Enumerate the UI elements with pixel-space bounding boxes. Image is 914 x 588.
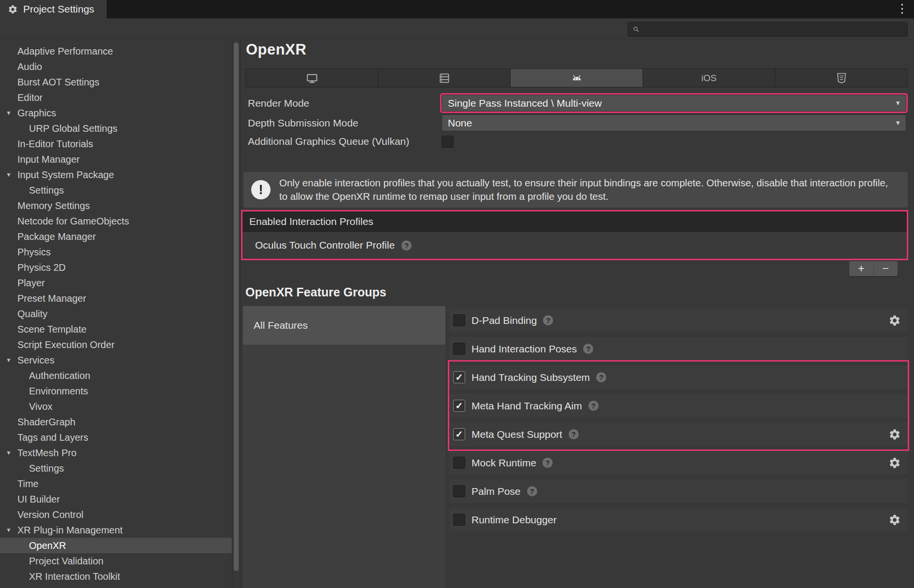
sidebar-item[interactable]: ▼ Input Manager	[0, 152, 232, 167]
remove-profile-button[interactable]: −	[874, 261, 898, 276]
sidebar-item[interactable]: ▼ XR Interaction Toolkit	[0, 569, 232, 584]
sidebar-item-label: Project Validation	[29, 556, 103, 567]
sidebar-item-label: Memory Settings	[17, 200, 90, 211]
gear-icon[interactable]	[888, 514, 901, 526]
kebab-menu-icon[interactable]: ⋮	[896, 1, 908, 15]
feature-group-label: All Features	[254, 320, 308, 331]
feature-checkbox[interactable]: ✓	[453, 457, 465, 469]
sidebar-item[interactable]: ▼ Physics 2D	[0, 260, 232, 275]
gear-icon[interactable]	[888, 428, 901, 441]
sidebar-item-label: UI Builder	[17, 494, 60, 505]
sidebar-item[interactable]: ▼ Services	[0, 352, 232, 368]
sidebar-item[interactable]: ▼ Physics	[0, 244, 232, 260]
sidebar-item[interactable]: ▼ Burst AOT Settings	[0, 74, 232, 90]
foldout-triangle-icon[interactable]: ▼	[6, 449, 17, 456]
sidebar-item[interactable]: ▼ Settings	[0, 461, 232, 476]
search-box[interactable]	[628, 22, 908, 37]
foldout-triangle-icon[interactable]: ▼	[6, 357, 17, 364]
gear-icon[interactable]	[888, 457, 901, 469]
sidebar-item[interactable]: ▼ Script Execution Order	[0, 337, 232, 352]
foldout-triangle-icon[interactable]: ▼	[6, 110, 17, 116]
sidebar-item[interactable]: ▼ Preset Manager	[0, 291, 232, 306]
sidebar-item[interactable]: ▼ Audio	[0, 59, 232, 74]
help-icon[interactable]: ?	[543, 315, 553, 325]
sidebar-item[interactable]: ▼ Time	[0, 476, 232, 491]
feature-row: ✓ Hand Interaction Poses ?	[449, 335, 908, 363]
sidebar-item-label: TextMesh Pro	[17, 448, 76, 459]
feature-row: ✓ Hand Tracking Subsystem ?	[449, 363, 908, 392]
feature-group-item[interactable]: All Features	[243, 306, 445, 345]
help-icon[interactable]: ?	[569, 429, 579, 439]
sidebar-item[interactable]: ▼ Vivox	[0, 399, 232, 414]
project-settings-tab[interactable]: Project Settings	[0, 0, 107, 18]
sidebar-item[interactable]: ▼ Memory Settings	[0, 198, 232, 213]
foldout-triangle-icon[interactable]: ▼	[6, 527, 17, 533]
sidebar-item[interactable]: ▼ Environments	[0, 383, 232, 399]
sidebar-item[interactable]: ▼ TextMesh Pro	[0, 445, 232, 461]
html5-icon	[835, 72, 848, 84]
sidebar-item[interactable]: ▼ In-Editor Tutorials	[0, 136, 232, 152]
feature-group-list: All Features	[243, 306, 445, 588]
feature-checkbox[interactable]: ✓	[453, 428, 465, 440]
sidebar-item[interactable]: ▼ Quality	[0, 306, 232, 322]
graphics-queue-checkbox[interactable]: ✓	[442, 136, 454, 148]
depth-submission-dropdown[interactable]: None ▼	[442, 114, 906, 131]
sidebar-item[interactable]: ▼ Adaptive Performance	[0, 43, 232, 59]
sidebar-item-label: Settings	[29, 463, 64, 474]
tab-desktop[interactable]	[246, 69, 378, 87]
sidebar-item[interactable]: ▼ ShaderGraph	[0, 414, 232, 430]
help-icon[interactable]: ?	[543, 458, 553, 468]
render-mode-label: Render Mode	[248, 98, 442, 109]
feature-checkbox[interactable]: ✓	[453, 343, 465, 355]
interaction-profiles-warning: ! Only enable interaction profiles that …	[243, 172, 908, 208]
feature-checkbox[interactable]: ✓	[453, 371, 465, 383]
sidebar-item[interactable]: ▼ Editor	[0, 90, 232, 105]
tab-ios[interactable]: iOS	[643, 69, 775, 87]
foldout-triangle-icon[interactable]: ▼	[6, 171, 17, 178]
sidebar-item[interactable]: ▼ Netcode for GameObjects	[0, 213, 232, 229]
sidebar-item[interactable]: ▼ UI Builder	[0, 491, 232, 507]
feature-checkbox[interactable]: ✓	[453, 485, 465, 497]
sidebar-item-label: Settings	[29, 185, 64, 196]
warning-icon: !	[251, 180, 271, 199]
help-icon[interactable]: ?	[596, 372, 606, 382]
tab-dedicated-server[interactable]	[378, 69, 511, 87]
sidebar-item-label: ShaderGraph	[17, 417, 75, 428]
help-icon[interactable]: ?	[401, 240, 412, 251]
sidebar-scrollbar[interactable]	[232, 40, 241, 588]
sidebar-item[interactable]: ▼ XR Plug-in Management	[0, 522, 232, 538]
feature-checkbox[interactable]: ✓	[453, 314, 465, 326]
sidebar-item[interactable]: ▼ Settings	[0, 182, 232, 198]
sidebar-item[interactable]: ▼ Input System Package	[0, 167, 232, 182]
feature-checkbox[interactable]: ✓	[453, 400, 465, 412]
help-icon[interactable]: ?	[527, 486, 537, 496]
platform-tab-bar: iOS	[245, 69, 908, 87]
add-profile-button[interactable]: +	[849, 261, 874, 276]
sidebar-item[interactable]: ▼ Graphics	[0, 105, 232, 121]
sidebar-item[interactable]: ▼ Player	[0, 275, 232, 291]
sidebar-item[interactable]: ▼ Tags and Layers	[0, 430, 232, 445]
sidebar-item[interactable]: ▼ Scene Template	[0, 322, 232, 337]
gear-icon[interactable]	[888, 314, 901, 327]
sidebar-item-label: Player	[17, 278, 45, 289]
feature-checkbox[interactable]: ✓	[453, 514, 465, 526]
sidebar-item[interactable]: ▼ Package Manager	[0, 229, 232, 244]
scrollbar-thumb[interactable]	[234, 42, 239, 571]
sidebar-item[interactable]: ▼ Project Validation	[0, 553, 232, 569]
sidebar-item[interactable]: ▼ Authentication	[0, 368, 232, 383]
search-icon	[632, 26, 640, 33]
sidebar-item[interactable]: ▼ Version Control	[0, 507, 232, 522]
sidebar-item[interactable]: ▼ OpenXR	[0, 538, 232, 553]
sidebar-item[interactable]: ▼ URP Global Settings	[0, 121, 232, 136]
sidebar-item-label: Adaptive Performance	[17, 46, 113, 57]
render-mode-dropdown[interactable]: Single Pass Instanced \ Multi-view ▼	[442, 95, 906, 112]
profile-row[interactable]: Oculus Touch Controller Profile ?	[243, 232, 907, 259]
settings-category-sidebar: ▼ Adaptive Performance ▼ Audio ▼ Burst A…	[0, 40, 232, 588]
help-icon[interactable]: ?	[583, 344, 593, 354]
help-icon[interactable]: ?	[588, 401, 599, 411]
feature-row: ✓ Meta Quest Support ?	[449, 420, 908, 448]
search-input[interactable]	[643, 24, 903, 34]
feature-label: D-Pad Binding	[471, 315, 537, 326]
tab-webgl[interactable]	[775, 69, 907, 87]
tab-android[interactable]	[511, 69, 643, 87]
